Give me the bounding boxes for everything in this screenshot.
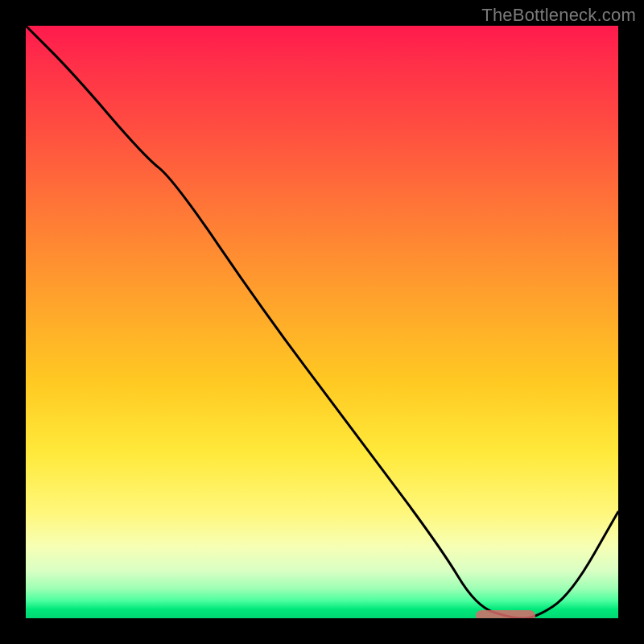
- curve-layer: [26, 26, 618, 618]
- chart-frame: TheBottleneck.com: [0, 0, 644, 644]
- watermark-text: TheBottleneck.com: [481, 5, 636, 26]
- optimal-marker: [476, 610, 535, 618]
- bottleneck-curve: [26, 26, 618, 618]
- plot-area: [26, 26, 618, 618]
